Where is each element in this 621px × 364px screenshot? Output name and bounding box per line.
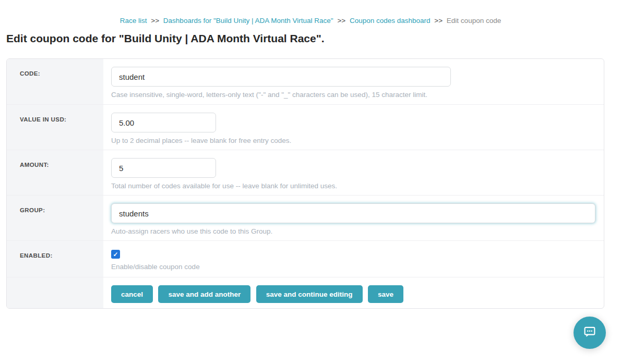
enabled-help-text: Enable/disable coupon code xyxy=(111,263,595,271)
code-label: CODE: xyxy=(20,70,40,77)
form-row-group: GROUP: Auto-assign racers who use this c… xyxy=(7,195,604,240)
enabled-content-cell: ✓ Enable/disable coupon code xyxy=(103,241,604,277)
save-and-continue-editing-button[interactable]: save and continue editing xyxy=(256,285,363,303)
enabled-checkbox[interactable]: ✓ xyxy=(111,250,120,259)
code-input[interactable] xyxy=(111,67,451,87)
chat-widget-button[interactable] xyxy=(574,317,606,349)
cancel-button[interactable]: cancel xyxy=(111,285,153,303)
code-help-text: Case insensitive, single-word, letters-o… xyxy=(111,91,595,99)
value-in-usd-label-cell: VALUE IN USD: xyxy=(7,105,103,150)
page-title: Edit coupon code for "Build Unity | ADA … xyxy=(6,31,621,46)
breadcrumb: Race list >> Dashboards for "Build Unity… xyxy=(0,0,621,25)
buttons-content-cell: cancel save and add another save and con… xyxy=(103,277,604,308)
breadcrumb-separator: >> xyxy=(434,17,443,25)
breadcrumb-link-race-list[interactable]: Race list xyxy=(120,17,147,25)
value-in-usd-label: VALUE IN USD: xyxy=(20,116,66,123)
coupon-edit-form: CODE: Case insensitive, single-word, let… xyxy=(6,58,604,309)
save-button[interactable]: save xyxy=(368,285,403,303)
group-input[interactable] xyxy=(111,203,595,223)
form-row-code: CODE: Case insensitive, single-word, let… xyxy=(7,59,604,104)
group-content-cell: Auto-assign racers who use this code to … xyxy=(103,196,604,240)
group-help-text: Auto-assign racers who use this code to … xyxy=(111,227,595,235)
breadcrumb-current-page: Edit coupon code xyxy=(447,17,501,25)
amount-content-cell: Total number of codes available for use … xyxy=(103,150,604,195)
breadcrumb-link-coupon-codes-dashboard[interactable]: Coupon codes dashboard xyxy=(350,17,431,25)
code-label-cell: CODE: xyxy=(7,59,103,104)
breadcrumb-separator: >> xyxy=(337,17,345,25)
buttons-label-cell xyxy=(7,277,103,308)
group-label-cell: GROUP: xyxy=(7,196,103,240)
enabled-label: ENABLED: xyxy=(20,252,53,259)
value-in-usd-help-text: Up to 2 decimal places -- leave blank fo… xyxy=(111,137,595,144)
value-in-usd-input[interactable] xyxy=(111,113,216,132)
amount-input[interactable] xyxy=(111,158,216,178)
speech-bubble-dots-icon xyxy=(582,324,598,342)
save-and-add-another-button[interactable]: save and add another xyxy=(158,285,250,303)
amount-help-text: Total number of codes available for use … xyxy=(111,182,595,190)
value-in-usd-content-cell: Up to 2 decimal places -- leave blank fo… xyxy=(103,105,604,150)
breadcrumb-separator: >> xyxy=(151,17,159,25)
form-row-buttons: cancel save and add another save and con… xyxy=(7,277,604,308)
form-row-amount: AMOUNT: Total number of codes available … xyxy=(7,150,604,195)
form-row-enabled: ENABLED: ✓ Enable/disable coupon code xyxy=(7,240,604,277)
breadcrumb-link-dashboards[interactable]: Dashboards for "Build Unity | ADA Month … xyxy=(163,17,333,25)
amount-label-cell: AMOUNT: xyxy=(7,150,103,195)
amount-label: AMOUNT: xyxy=(20,162,49,168)
group-label: GROUP: xyxy=(20,207,45,213)
code-content-cell: Case insensitive, single-word, letters-o… xyxy=(103,59,604,104)
enabled-label-cell: ENABLED: xyxy=(7,241,103,277)
form-row-value-in-usd: VALUE IN USD: Up to 2 decimal places -- … xyxy=(7,104,604,150)
